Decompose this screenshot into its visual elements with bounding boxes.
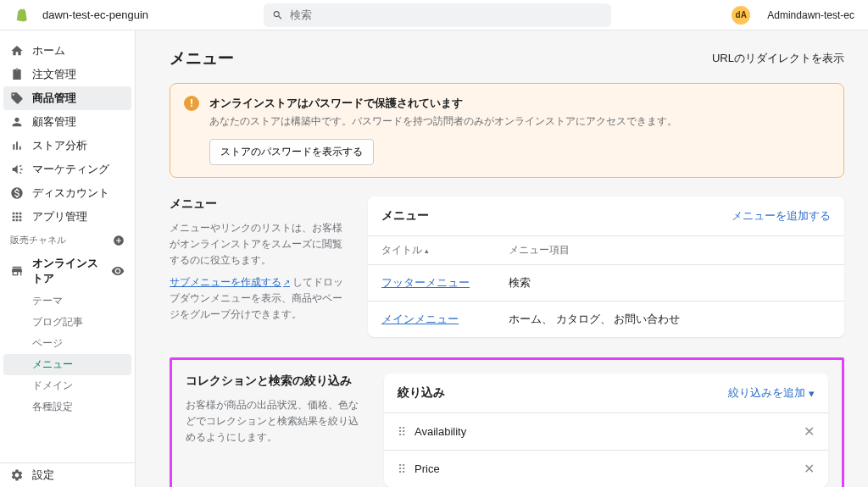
menu-section-desc1: メニューやリンクのリストは、お客様がオンラインストアをスムーズに閲覧するのに役立… <box>170 220 348 269</box>
sidebar-item-marketing[interactable]: マーケティング <box>0 158 135 181</box>
sidebar-item-label: ホーム <box>32 43 65 58</box>
show-password-button[interactable]: ストアのパスワードを表示する <box>209 139 374 165</box>
col-items-header: メニュー項目 <box>509 243 831 257</box>
sub-item-preferences[interactable]: 各種設定 <box>0 396 135 418</box>
analytics-icon <box>10 139 24 152</box>
sub-item-navigation[interactable]: メニュー <box>3 354 131 375</box>
sidebar-item-label: 設定 <box>32 468 54 483</box>
remove-filter-icon[interactable]: ✕ <box>804 461 815 477</box>
products-icon <box>10 91 24 105</box>
banner-title: オンラインストアはパスワードで保護されています <box>209 96 677 111</box>
avatar[interactable]: dA <box>732 6 750 25</box>
sidebar-item-label: ストア分析 <box>32 138 87 153</box>
orders-icon <box>10 68 24 81</box>
filter-section-highlight: コレクションと検索の絞り込み お客様が商品の出品状況、価格、色などでコレクション… <box>170 357 844 487</box>
password-banner: ! オンラインストアはパスワードで保護されています あなたのストアは構築中です。… <box>170 83 844 178</box>
sub-item-themes[interactable]: テーマ <box>0 291 135 312</box>
search-wrap <box>264 3 611 27</box>
home-icon <box>10 44 24 58</box>
customers-icon <box>10 115 24 129</box>
menu-link[interactable]: フッターメニュー <box>381 276 470 289</box>
drag-handle-icon[interactable]: ⠿ <box>398 425 404 439</box>
menu-card: メニュー メニューを追加する タイトル メニュー項目 フッターメニュー 検索 メ… <box>368 196 844 337</box>
filter-section-heading: コレクションと検索の絞り込み <box>186 374 364 389</box>
apps-icon <box>10 210 24 224</box>
sidebar-item-label: 商品管理 <box>32 91 76 106</box>
add-filter-button[interactable]: 絞り込みを追加 <box>728 385 815 401</box>
search-icon <box>272 9 283 21</box>
search-input[interactable] <box>290 8 603 21</box>
sidebar-item-label: マーケティング <box>32 162 109 177</box>
discounts-icon <box>10 186 24 200</box>
table-row[interactable]: フッターメニュー 検索 <box>368 264 844 301</box>
sidebar-item-discounts[interactable]: ディスカウント <box>0 181 135 205</box>
sidebar-item-customers[interactable]: 顧客管理 <box>0 110 135 134</box>
sidebar-item-label: 注文管理 <box>32 67 76 82</box>
filter-name: Price <box>415 462 793 475</box>
remove-filter-icon[interactable]: ✕ <box>804 423 815 440</box>
filter-card: 絞り込み 絞り込みを追加 ⠿ Availability ✕ ⠿ Price ✕ <box>384 374 828 487</box>
marketing-icon <box>10 163 24 176</box>
channels-label: 販売チャネル <box>0 229 135 252</box>
sidebar-item-label: ディスカウント <box>32 185 109 201</box>
sidebar-item-settings[interactable]: 設定 <box>0 463 135 487</box>
sidebar-item-label: オンラインストア <box>32 256 103 286</box>
sub-item-pages[interactable]: ページ <box>0 333 135 354</box>
col-title-header[interactable]: タイトル <box>381 243 509 257</box>
menu-section: メニュー メニューやリンクのリストは、お客様がオンラインストアをスムーズに閲覧す… <box>170 196 844 337</box>
gear-icon <box>10 468 24 482</box>
sidebar-item-online-store[interactable]: オンラインストア <box>0 252 135 291</box>
drag-handle-icon[interactable]: ⠿ <box>398 462 404 476</box>
page-header: メニュー URLのリダイレクトを表示 <box>170 47 844 69</box>
filter-section-desc: お客様が商品の出品状況、価格、色などでコレクションと検索結果を絞り込めるようにし… <box>186 397 364 446</box>
warning-icon: ! <box>184 96 199 111</box>
topbar: dawn-test-ec-penguin dA Admindawn-test-e… <box>0 0 868 30</box>
filter-row: ⠿ Availability ✕ <box>384 412 828 450</box>
url-redirect-link[interactable]: URLのリダイレクトを表示 <box>712 51 844 66</box>
sidebar-item-apps[interactable]: アプリ管理 <box>0 205 135 229</box>
search-box[interactable] <box>264 3 611 27</box>
eye-icon[interactable] <box>111 264 125 278</box>
shopify-logo <box>14 8 29 23</box>
sidebar-item-label: 顧客管理 <box>32 114 76 130</box>
page-title: メニュー <box>170 47 234 69</box>
sidebar-item-home[interactable]: ホーム <box>0 39 135 63</box>
plus-circle-icon[interactable] <box>113 235 125 246</box>
menu-section-heading: メニュー <box>170 196 348 212</box>
menu-card-title: メニュー <box>381 208 429 224</box>
filter-name: Availability <box>415 425 793 438</box>
sub-item-domains[interactable]: ドメイン <box>0 375 135 396</box>
create-submenu-link[interactable]: サブメニューを作成する <box>170 276 290 288</box>
sidebar: ホーム 注文管理 商品管理 顧客管理 ストア分析 マーケティング ディスカウント <box>0 30 136 487</box>
menu-items: 検索 <box>509 275 831 291</box>
sidebar-item-orders[interactable]: 注文管理 <box>0 63 135 86</box>
menu-link[interactable]: メインメニュー <box>381 313 459 325</box>
filter-card-title: 絞り込み <box>398 385 445 401</box>
store-icon <box>10 264 24 278</box>
sidebar-item-products[interactable]: 商品管理 <box>3 86 131 110</box>
store-name: dawn-test-ec-penguin <box>42 8 148 21</box>
table-head: タイトル メニュー項目 <box>368 235 844 264</box>
table-row[interactable]: メインメニュー ホーム、 カタログ、 お問い合わせ <box>368 301 844 337</box>
user-name[interactable]: Admindawn-test-ec <box>767 9 854 21</box>
sidebar-item-label: アプリ管理 <box>32 209 87 224</box>
filter-row: ⠿ Price ✕ <box>384 450 828 487</box>
add-menu-button[interactable]: メニューを追加する <box>732 208 831 224</box>
banner-body: あなたのストアは構築中です。パスワードを持つ訪問者のみがオンラインストアにアクセ… <box>209 114 677 129</box>
sidebar-item-analytics[interactable]: ストア分析 <box>0 134 135 158</box>
main-content: メニュー URLのリダイレクトを表示 ! オンラインストアはパスワードで保護され… <box>136 30 868 487</box>
sub-item-blogs[interactable]: ブログ記事 <box>0 312 135 333</box>
menu-items: ホーム、 カタログ、 お問い合わせ <box>509 312 831 327</box>
